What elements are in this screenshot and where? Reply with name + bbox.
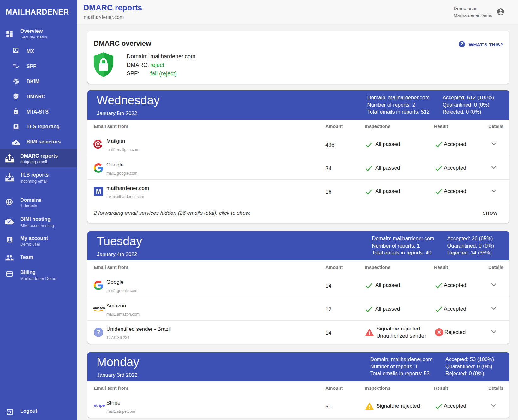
svg-text:amazon: amazon: [93, 306, 105, 310]
